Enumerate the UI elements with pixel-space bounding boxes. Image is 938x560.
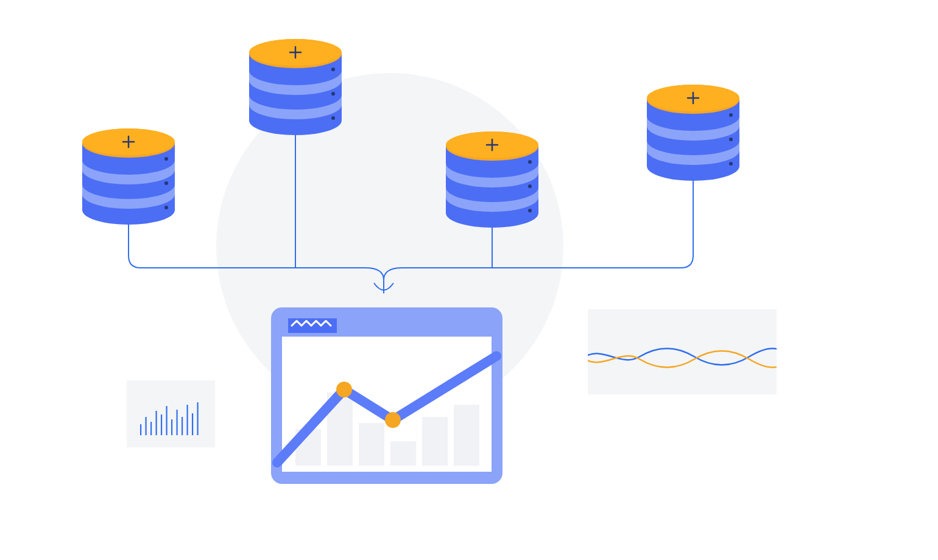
mini-bar-chart xyxy=(127,380,215,447)
mini-bar xyxy=(161,415,162,435)
dashboard-bar xyxy=(359,423,384,466)
wave-chart xyxy=(588,309,777,394)
mini-bar xyxy=(150,422,152,435)
database-4 xyxy=(647,85,739,181)
dashboard-bar xyxy=(422,417,448,466)
mini-bar xyxy=(166,406,168,435)
mini-bar xyxy=(192,413,193,435)
mini-bar xyxy=(197,402,199,435)
wave-card xyxy=(588,309,777,394)
background-circle xyxy=(216,73,563,420)
database-1 xyxy=(82,128,175,225)
wave-orange xyxy=(588,351,777,368)
mini-bar xyxy=(156,411,157,435)
wave-blue xyxy=(588,349,777,365)
diagram-canvas xyxy=(0,0,938,560)
dashboard-bar xyxy=(295,429,321,466)
dashboard-bar xyxy=(454,405,479,466)
mini-bar xyxy=(182,417,183,435)
mini-bar-card xyxy=(127,380,215,447)
mini-bar xyxy=(187,405,188,435)
mini-bar xyxy=(140,424,141,435)
dashboard-bar xyxy=(390,441,416,466)
mini-bar xyxy=(177,410,178,435)
mini-bar xyxy=(171,419,172,435)
mini-bar xyxy=(146,417,147,435)
